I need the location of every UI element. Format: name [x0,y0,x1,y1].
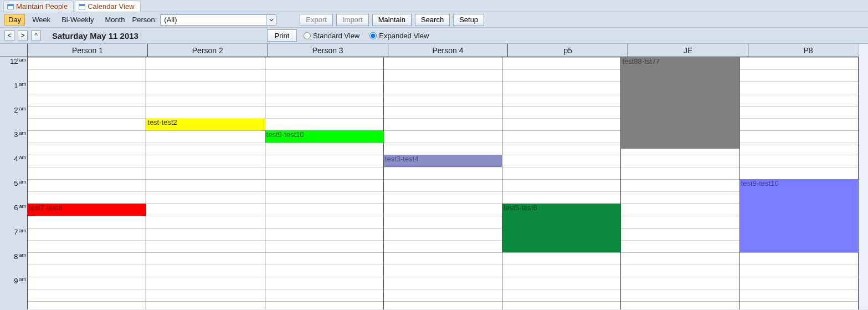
column-header[interactable]: JE [628,44,748,57]
calendar-body: 12am1am2am3am4am5am6am7am8am9am test88-t… [0,57,868,309]
toolbar-area: Day Week Bi-Weekly Month Person: (All) E… [0,12,868,44]
day-column[interactable] [28,57,146,309]
day-column[interactable] [146,57,265,309]
expanded-view-radio[interactable]: Expanded View [366,32,432,40]
hour-label: 5am [0,179,26,204]
time-column: 12am1am2am3am4am5am6am7am8am9am [0,57,28,309]
calendar: Person 1Person 2Person 3Person 4p5JEP8 1… [0,44,868,309]
standard-view-radio[interactable]: Standard View [300,32,363,40]
hour-label: 7am [0,228,26,252]
calendar-event[interactable]: test3-test4 [384,155,502,167]
setup-button[interactable]: Setup [453,14,484,26]
standard-view-radio-input[interactable] [304,32,311,39]
column-header[interactable]: Person 2 [148,44,268,57]
form-icon [79,4,85,9]
tab-label: Calendar View [88,2,134,11]
day-column[interactable] [502,57,621,309]
hour-label: 4am [0,155,26,179]
tab-calendar-view[interactable]: Calendar View [75,1,140,12]
view-day-button[interactable]: Day [4,14,25,26]
tab-label: Maintain People [16,2,68,11]
view-biweekly-button[interactable]: Bi-Weekly [58,14,97,26]
print-button[interactable]: Print [267,29,297,42]
nav-up-button[interactable]: ^ [31,31,41,40]
person-select[interactable]: (All) [160,14,276,26]
hour-label: 6am [0,204,26,228]
calendar-event[interactable]: test-test2 [146,118,265,130]
document-tabs: Maintain People Calendar View [0,0,868,12]
import-button[interactable]: Import [336,14,369,26]
column-header[interactable]: Person 3 [268,44,388,57]
day-column[interactable] [265,57,384,309]
calendar-event[interactable]: test88-tst77 [621,57,739,149]
nav-next-button[interactable]: > [18,31,28,40]
hour-label: 1am [0,82,26,106]
chevron-down-icon [266,15,276,25]
day-columns[interactable]: test88-tst77test-test2test9-test10test3-… [28,57,868,309]
nav-prev-button[interactable]: < [4,31,14,40]
column-header[interactable]: p5 [508,44,628,57]
expanded-view-radio-input[interactable] [369,32,377,39]
hour-label: 3am [0,130,26,155]
time-column-header [0,44,28,57]
hour-label: 8am [0,252,26,277]
toolbar-row-2: < > ^ Saturday May 11 2013 Print Standar… [0,28,868,43]
calendar-event[interactable]: test9-test10 [740,179,859,252]
hour-label: 9am [0,277,26,301]
expanded-view-label: Expanded View [379,32,429,40]
export-button[interactable]: Export [300,14,333,26]
vertical-scrollbar[interactable] [859,44,868,309]
view-week-button[interactable]: Week [28,14,54,26]
calendar-event[interactable]: test7-test8 [28,204,146,216]
standard-view-label: Standard View [313,32,359,40]
maintain-button[interactable]: Maintain [372,14,412,26]
tab-maintain-people[interactable]: Maintain People [3,1,74,12]
form-icon [7,4,14,9]
person-select-value: (All) [161,16,266,24]
search-button[interactable]: Search [415,14,450,26]
column-header[interactable]: Person 1 [28,44,148,57]
column-header[interactable]: Person 4 [388,44,509,57]
column-header[interactable]: P8 [748,44,868,57]
day-column[interactable] [384,57,502,309]
column-headers: Person 1Person 2Person 3Person 4p5JEP8 [28,44,868,57]
calendar-header: Person 1Person 2Person 3Person 4p5JEP8 [0,44,868,57]
view-month-button[interactable]: Month [101,14,129,26]
hour-label: 2am [0,106,26,130]
calendar-event[interactable]: test9-test10 [265,130,384,143]
hour-label: 12am [0,57,26,82]
person-label: Person: [132,16,157,24]
current-date-title: Saturday May 11 2013 [52,31,138,40]
toolbar-row-1: Day Week Bi-Weekly Month Person: (All) E… [0,12,868,28]
calendar-event[interactable]: test5-test6 [502,204,621,252]
